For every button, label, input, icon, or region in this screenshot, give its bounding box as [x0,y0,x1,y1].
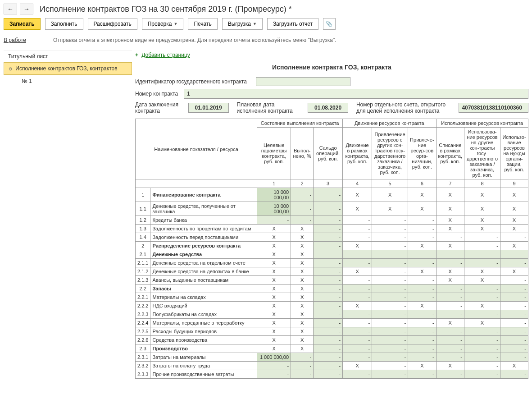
table-cell[interactable]: - [464,344,500,353]
table-cell[interactable]: - [372,250,408,259]
sidebar-item-contracts[interactable]: ⊖ Исполнение контрактов ГОЗ, контрактов [4,62,132,75]
table-cell[interactable]: - [314,276,343,285]
table-cell[interactable]: - [314,188,343,202]
table-cell[interactable]: - [343,259,372,267]
save-button[interactable]: Записать [4,18,41,30]
table-cell[interactable]: - [314,267,343,276]
table-cell[interactable]: - [291,216,314,225]
table-cell[interactable]: - [372,344,408,353]
table-cell[interactable]: - [436,285,464,293]
table-cell[interactable]: - [343,370,372,379]
table-cell[interactable]: - [436,250,464,259]
sidebar-item-title-page[interactable]: Титульный лист [4,50,132,62]
table-cell[interactable]: - [343,327,372,336]
table-cell[interactable]: - [464,293,500,302]
table-cell[interactable]: 10 000 000,00 [257,202,291,216]
table-cell[interactable]: - [314,225,343,233]
table-cell[interactable]: - [257,370,291,379]
table-cell[interactable]: - [291,202,314,216]
fill-button[interactable]: Заполнить [45,18,83,30]
add-page-link[interactable]: Добавить страницу [140,50,191,60]
table-cell[interactable]: - [343,353,372,362]
table-cell[interactable]: - [257,362,291,370]
table-cell[interactable]: - [372,353,408,362]
table-cell[interactable]: - [314,285,343,293]
attach-button[interactable]: 📎 [323,18,336,30]
table-cell[interactable]: - [408,259,436,267]
table-cell[interactable]: - [464,336,500,344]
check-button[interactable]: Проверка▼ [142,18,184,30]
table-cell[interactable]: - [314,250,343,259]
table-cell[interactable]: - [372,327,408,336]
table-cell[interactable]: - [500,344,528,353]
table-cell[interactable]: - [408,285,436,293]
sidebar-item-contract-1[interactable]: № 1 [4,75,132,87]
table-cell[interactable]: - [372,259,408,267]
table-cell[interactable]: - [372,310,408,319]
table-cell[interactable]: - [500,285,528,293]
table-cell[interactable]: - [291,188,314,202]
table-cell[interactable]: - [372,285,408,293]
table-cell[interactable]: - [314,202,343,216]
table-cell[interactable]: - [464,250,500,259]
table-cell[interactable]: - [408,370,436,379]
table-cell[interactable]: - [464,285,500,293]
table-cell[interactable]: - [314,370,343,379]
table-cell[interactable]: - [343,293,372,302]
table-cell[interactable]: - [314,259,343,267]
table-cell[interactable]: - [314,319,343,327]
contract-id-input[interactable] [256,77,350,86]
collapse-icon[interactable]: ⊖ [9,66,12,71]
table-cell[interactable]: - [314,353,343,362]
decrypt-button[interactable]: Расшифровать [88,18,137,30]
table-cell[interactable]: - [343,250,372,259]
table-cell[interactable]: - [314,233,343,242]
table-cell[interactable]: - [436,353,464,362]
table-cell[interactable]: - [500,310,528,319]
table-cell[interactable]: - [408,310,436,319]
table-cell[interactable]: - [372,370,408,379]
contract-date-input[interactable]: 01.01.2019 [188,103,229,113]
table-cell[interactable]: - [500,293,528,302]
table-cell[interactable]: - [372,293,408,302]
table-cell[interactable]: - [464,370,500,379]
table-cell[interactable]: - [408,336,436,344]
export-button[interactable]: Выгрузка▼ [222,18,263,30]
table-cell[interactable]: - [500,259,528,267]
table-cell[interactable]: - [408,250,436,259]
table-cell[interactable]: - [343,344,372,353]
forward-button[interactable]: → [20,4,33,14]
table-cell[interactable]: - [372,336,408,344]
table-cell[interactable]: - [314,293,343,302]
table-cell[interactable]: - [464,327,500,336]
account-input[interactable]: 40703810138110100360 [459,103,528,113]
table-cell[interactable]: - [500,336,528,344]
back-button[interactable]: ← [4,4,17,14]
table-cell[interactable]: - [464,353,500,362]
table-cell[interactable]: - [500,250,528,259]
table-cell[interactable]: - [343,336,372,344]
table-cell[interactable]: - [436,259,464,267]
table-cell[interactable]: - [314,336,343,344]
table-cell[interactable]: - [436,293,464,302]
table-cell[interactable]: - [314,327,343,336]
table-cell[interactable]: - [500,327,528,336]
status-link[interactable]: В работе [4,37,26,43]
table-cell[interactable]: 1 000 000,00 [257,353,291,362]
table-cell[interactable]: - [314,216,343,225]
table-cell[interactable]: - [314,344,343,353]
table-cell[interactable]: - [436,336,464,344]
plan-date-input[interactable]: 01.08.2020 [308,103,348,113]
table-cell[interactable]: - [314,310,343,319]
table-cell[interactable]: 10 000 000,00 [257,188,291,202]
table-cell[interactable]: - [314,242,343,250]
table-cell[interactable]: - [257,216,291,225]
table-cell[interactable]: - [314,362,343,370]
table-cell[interactable]: - [291,353,314,362]
table-cell[interactable]: - [436,327,464,336]
load-report-button[interactable]: Загрузить отчет [267,18,318,30]
table-cell[interactable]: - [436,370,464,379]
contract-number-input[interactable]: 1 [184,89,528,99]
table-cell[interactable]: - [500,370,528,379]
table-cell[interactable]: - [436,344,464,353]
